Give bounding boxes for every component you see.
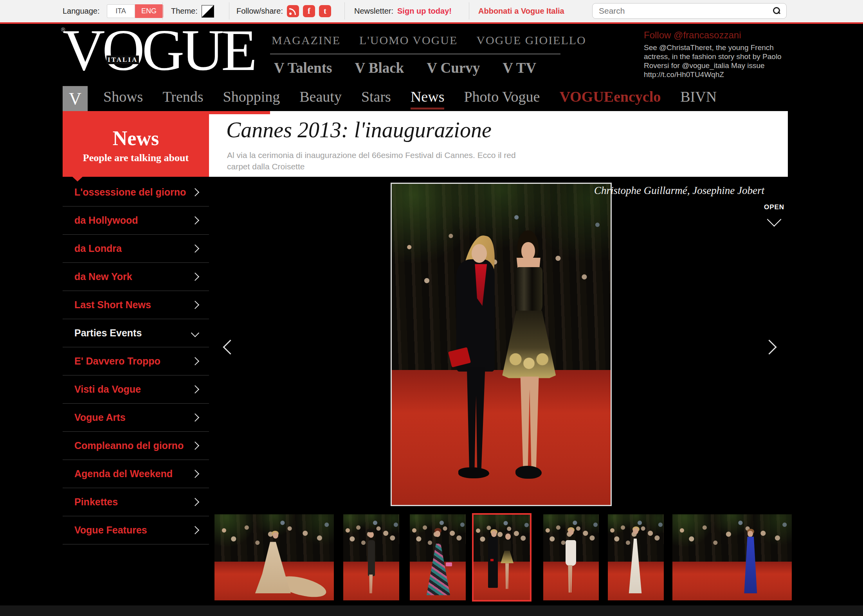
sidebar-item-label: E' Davvero Troppo: [74, 356, 160, 367]
nav-trends[interactable]: Trends: [162, 88, 203, 110]
nav-stars[interactable]: Stars: [361, 88, 391, 110]
sidebar-item-label: da Londra: [74, 243, 122, 254]
twitter-glyph: t: [324, 6, 326, 16]
twitter-icon[interactable]: t: [319, 5, 331, 17]
chevron-right-icon: [191, 244, 199, 253]
theme-toggle-icon[interactable]: [202, 5, 214, 18]
photo-bokeh-lights: [392, 184, 611, 370]
carousel-next-arrow[interactable]: [762, 339, 777, 354]
article-subtitle: Al via la cerimonia di inaugurazione del…: [227, 149, 532, 172]
chevron-down-icon: [767, 212, 782, 227]
photo-woman-shoes: [515, 466, 542, 479]
chevron-right-icon: [191, 413, 199, 422]
sidebar-item-e-davvero-troppo[interactable]: E' Davvero Troppo: [63, 347, 209, 375]
thumb-figure-head: [748, 531, 753, 537]
chevron-right-icon: [191, 301, 199, 309]
nav-news[interactable]: News: [411, 88, 445, 110]
nav-vogue-gioiello[interactable]: VOGUE GIOIELLO: [476, 34, 586, 47]
chevron-right-icon: [191, 273, 199, 281]
topbar-divider: [469, 2, 469, 20]
nav-v-home[interactable]: V: [63, 86, 88, 111]
facebook-glyph: f: [308, 6, 310, 16]
nav-luomo-vogue[interactable]: L'UOMO VOGUE: [359, 34, 458, 47]
subscribe-link[interactable]: Abbonati a Vogue Italia: [478, 7, 564, 16]
nav-vogueencyclo[interactable]: VOGUEencyclo: [559, 88, 661, 110]
thumb-man-suit: [488, 537, 497, 588]
chevron-right-icon: [191, 498, 199, 506]
gallery-thumbnail-6[interactable]: [608, 514, 664, 600]
sidebar-item-da-londra[interactable]: da Londra: [63, 235, 209, 263]
subscribe-group: Abbonati a Vogue Italia: [478, 0, 564, 22]
nav-v-tv[interactable]: V TV: [503, 59, 536, 76]
registered-mark: ®: [61, 27, 65, 33]
sidebar-item-vogue-features[interactable]: Vogue Features: [63, 516, 209, 544]
thumb-bokeh: [474, 515, 530, 562]
gallery-main-photo[interactable]: [391, 183, 612, 506]
follow-share-label: Follow/share:: [236, 7, 283, 16]
sidebar-item-parties-events[interactable]: Parties Events: [63, 319, 209, 347]
nav-shows[interactable]: Shows: [103, 88, 143, 110]
language-ita-button[interactable]: ITA: [107, 4, 135, 18]
nav-bivn[interactable]: BIVN: [680, 88, 717, 110]
gallery-thumbnail-5[interactable]: [543, 514, 599, 600]
nav-beauty[interactable]: Beauty: [299, 88, 342, 110]
nav-v-talents[interactable]: V Talents: [274, 59, 332, 76]
sidebar-item-label: da Hollywood: [74, 215, 138, 226]
photo-woman-face: [521, 242, 535, 260]
search-icon[interactable]: [772, 7, 781, 15]
search-box[interactable]: [592, 3, 787, 19]
twitter-tweet-text: See @ChristaTheret, the young French act…: [644, 43, 785, 79]
facebook-icon[interactable]: f: [303, 5, 315, 17]
topbar-divider: [344, 2, 345, 20]
masthead-divider: [270, 54, 560, 54]
rss-icon[interactable]: [287, 5, 299, 17]
gallery-thumbnail-4-selected[interactable]: [472, 513, 531, 602]
news-sidebar: L'ossessione del giorno da Hollywood da …: [63, 178, 209, 544]
topbar-divider: [162, 2, 163, 20]
chevron-right-icon: [191, 357, 199, 365]
newsletter-signup-link[interactable]: Sign up today!: [397, 7, 452, 16]
sidebar-item-compleanno-del-giorno[interactable]: Compleanno del giorno: [63, 432, 209, 460]
sidebar-item-da-new-york[interactable]: da New York: [63, 263, 209, 291]
photo-red-carpet: [392, 370, 611, 505]
thumb-bokeh: [672, 514, 792, 562]
vogue-italia-page: Language: ITA ENG Theme: Follow/share: f…: [0, 0, 863, 616]
sidebar-item-agenda-del-weekend[interactable]: Agenda del Weekend: [63, 460, 209, 488]
logo-italia: ITALIA: [106, 56, 139, 64]
article-title: Cannes 2013: l'inaugurazione: [226, 117, 492, 142]
open-gallery-button[interactable]: OPEN: [762, 203, 787, 226]
sidebar-item-label: Compleanno del giorno: [74, 440, 184, 451]
language-label: Language:: [63, 7, 100, 16]
sidebar-item-pinkettes[interactable]: Pinkettes: [63, 488, 209, 516]
twitter-follow-link[interactable]: Follow @francasozzani: [644, 30, 785, 41]
sidebar-item-vogue-arts[interactable]: Vogue Arts: [63, 404, 209, 432]
sidebar-item-ossessione-del-giorno[interactable]: L'ossessione del giorno: [63, 178, 209, 207]
chevron-right-icon: [191, 442, 199, 450]
sidebar-item-last-short-news[interactable]: Last Short News: [63, 291, 209, 319]
nav-shopping[interactable]: Shopping: [223, 88, 280, 110]
twitter-widget: Follow @francasozzani See @ChristaTheret…: [644, 30, 785, 79]
main-navigation: Shows Trends Shopping Beauty Stars News …: [103, 86, 717, 111]
gallery-thumbnail-3[interactable]: [410, 514, 466, 600]
topbar-divider: [229, 2, 229, 20]
carousel-prev-arrow[interactable]: [223, 339, 238, 354]
section-header-news: News People are talking about: [63, 114, 209, 177]
language-eng-button[interactable]: ENG: [135, 4, 163, 18]
search-input[interactable]: [598, 6, 772, 16]
photo-woman-bodice: [516, 267, 542, 314]
chevron-right-icon: [191, 470, 199, 478]
logo-wordmark: VOGUE: [63, 23, 231, 77]
sidebar-item-visti-da-vogue[interactable]: Visti da Vogue: [63, 375, 209, 404]
gallery-thumbnail-7[interactable]: [672, 514, 792, 600]
sidebar-item-da-hollywood[interactable]: da Hollywood: [63, 207, 209, 235]
vogue-logo[interactable]: ® VOGUE ITALIA: [63, 23, 231, 81]
photo-caption: Christophe Guillarmé, Josephine Jobert: [594, 185, 764, 197]
gallery-thumbnail-2[interactable]: [343, 514, 399, 600]
nav-v-black[interactable]: V Black: [355, 59, 404, 76]
nav-magazine[interactable]: MAGAZINE: [272, 34, 341, 47]
thumb-carpet: [474, 562, 530, 600]
gallery-thumbnail-1[interactable]: [214, 514, 334, 600]
nav-v-curvy[interactable]: V Curvy: [427, 59, 480, 76]
nav-photo-vogue[interactable]: Photo Vogue: [464, 88, 540, 110]
thumb-pink-clutch: [446, 562, 452, 566]
